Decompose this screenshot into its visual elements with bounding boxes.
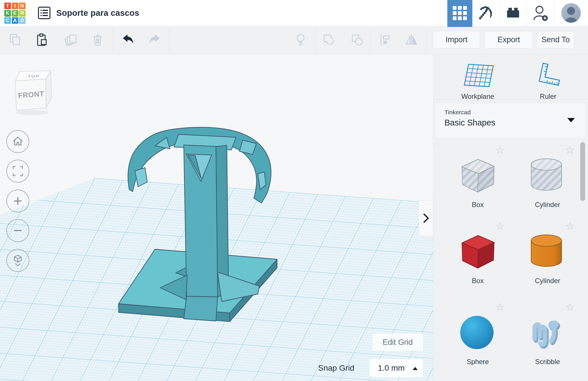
divider <box>433 99 588 99</box>
ruler-tool[interactable]: Ruler <box>517 63 580 100</box>
zoom-in-button[interactable] <box>6 189 29 212</box>
shape-library-dropdown[interactable]: Tinkercad Basic Shapes <box>435 103 586 138</box>
mirror-icon[interactable] <box>405 33 418 47</box>
panel-scrollbar[interactable] <box>580 142 585 201</box>
cylinder-hole-thumbnail <box>526 154 569 197</box>
caret-down-icon <box>567 118 575 122</box>
edit-grid-button[interactable]: Edit Grid <box>372 334 423 351</box>
ruler-icon <box>532 63 564 90</box>
send-to-button[interactable]: Send To <box>537 31 574 49</box>
favorite-star-icon[interactable]: ☆ <box>565 302 575 312</box>
box-thumbnail <box>456 230 499 273</box>
invite-button[interactable] <box>527 0 554 26</box>
shape-label: Scribble <box>522 358 573 366</box>
divider <box>169 28 169 52</box>
viewport-3d[interactable]: TOP FRONT Edit Grid <box>0 54 433 381</box>
library-brand: Tinkercad <box>444 109 471 116</box>
tinkercad-logo[interactable]: T I N K E R C A D <box>4 3 27 25</box>
favorite-star-icon[interactable]: ☆ <box>565 221 575 231</box>
brick-button[interactable] <box>499 0 527 26</box>
workplane-tool[interactable]: Workplane <box>446 63 509 100</box>
divider <box>113 28 113 52</box>
active-tab-underline <box>447 26 472 27</box>
scene: TOP FRONT <box>0 54 433 381</box>
cylinder-thumbnail <box>526 230 569 273</box>
export-button[interactable]: Export <box>485 31 533 49</box>
shape-tile-sphere[interactable]: ☆ Sphere <box>452 301 504 368</box>
favorite-star-icon[interactable]: ☆ <box>565 145 575 155</box>
shape-tile-cylinder-hole[interactable]: ☆ Cylinder <box>522 144 573 210</box>
perspective-toggle-button[interactable] <box>6 249 29 272</box>
snap-grid-value: 1.0 mm <box>378 363 405 373</box>
fit-view-button[interactable] <box>6 160 29 183</box>
pickaxe-icon <box>478 5 494 21</box>
favorite-star-icon[interactable]: ☆ <box>496 221 505 231</box>
top-bar: T I N K E R C A D Soporte para cascos <box>0 0 588 26</box>
shape-tile-box[interactable]: ☆ Box <box>452 221 504 287</box>
shapes-panel: Workplane Ruler Tinkercad Basic Shapes <box>433 54 588 381</box>
snap-grid-dropdown[interactable]: 1.0 mm <box>370 359 423 377</box>
divider <box>315 28 315 52</box>
shape-tile-box-hole[interactable]: ☆ Box <box>452 144 504 210</box>
panel-collapse-handle[interactable] <box>419 200 433 236</box>
shape-label: Sphere <box>452 358 504 366</box>
caret-up-icon <box>413 367 418 370</box>
document-title[interactable]: Soporte para cascos <box>56 0 139 26</box>
home-view-button[interactable] <box>6 130 29 153</box>
chevron-right-icon <box>423 213 429 223</box>
show-hidden-icon[interactable] <box>294 33 307 47</box>
brick-icon <box>505 5 521 21</box>
sphere-thumbnail <box>456 311 499 354</box>
library-name: Basic Shapes <box>444 118 495 127</box>
ungroup-icon[interactable] <box>350 33 364 47</box>
shape-tile-scribble[interactable]: ☆ Scribble <box>522 301 573 368</box>
favorite-star-icon[interactable]: ☆ <box>496 302 505 312</box>
grid-icon <box>453 6 467 20</box>
divider <box>370 28 371 52</box>
shape-label: Cylinder <box>522 277 573 285</box>
shape-label: Box <box>452 201 504 209</box>
paste-icon[interactable] <box>35 33 49 47</box>
copy-icon[interactable] <box>8 33 22 47</box>
box-hole-thumbnail <box>456 154 499 197</box>
edit-toolbar: Import Export Send To <box>0 26 588 54</box>
undo-icon[interactable] <box>120 33 134 47</box>
shape-tile-cylinder[interactable]: ☆ Cylinder <box>522 221 573 287</box>
snap-grid-label: Snap Grid <box>318 363 354 373</box>
zoom-out-button[interactable] <box>6 219 29 242</box>
design-menu-icon[interactable] <box>37 6 51 20</box>
account-avatar[interactable] <box>554 0 588 26</box>
view-cube[interactable]: TOP FRONT <box>15 71 51 115</box>
scribble-thumbnail <box>526 311 569 354</box>
delete-icon[interactable] <box>91 33 105 47</box>
redo-icon[interactable] <box>148 33 162 47</box>
divider <box>426 28 426 52</box>
view-cube-top-label: TOP <box>27 74 40 78</box>
import-button[interactable]: Import <box>433 31 480 49</box>
shape-label: Cylinder <box>522 201 573 209</box>
shape-label: Box <box>452 277 504 285</box>
workplane-icon <box>461 63 495 90</box>
align-icon[interactable] <box>378 33 392 47</box>
designs-grid-button[interactable] <box>447 0 472 26</box>
favorite-star-icon[interactable]: ☆ <box>496 145 505 155</box>
group-icon[interactable] <box>322 33 336 47</box>
person-plus-icon <box>532 5 548 21</box>
duplicate-icon[interactable] <box>64 33 78 47</box>
minecraft-button[interactable] <box>472 0 499 26</box>
